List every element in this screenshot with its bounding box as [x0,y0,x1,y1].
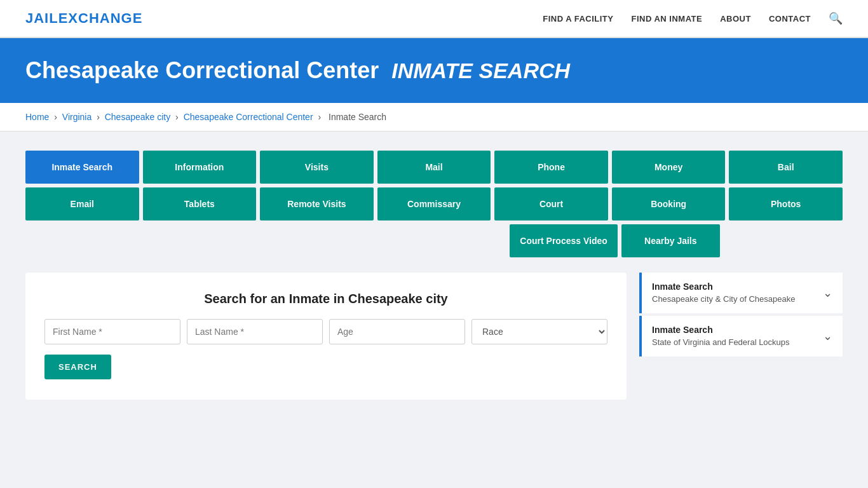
breadcrumb: Home › Virginia › Chesapeake city › Ches… [0,103,868,132]
tabs-row3: Court Process Video Nearby Jails [25,224,843,257]
tab-court[interactable]: Court [494,187,608,220]
tab-court-process-video[interactable]: Court Process Video [510,224,617,257]
sidebar-item-subtitle-1: Chesapeake city & City of Chesapeake [652,294,795,304]
nav-about[interactable]: ABOUT [720,14,751,24]
tab-phone[interactable]: Phone [494,151,608,184]
breadcrumb-current: Inmate Search [329,112,386,122]
tabs-row2: Email Tablets Remote Visits Commissary C… [25,187,843,220]
content-row: Search for an Inmate in Chesapeake city … [25,273,843,400]
search-box: Search for an Inmate in Chesapeake city … [25,273,627,400]
breadcrumb-virginia[interactable]: Virginia [62,112,92,122]
hero-title: Chesapeake Correctional Center INMATE SE… [25,57,843,84]
first-name-input[interactable] [44,319,180,344]
logo-part1: JAIL [25,10,58,26]
tab-nearby-jails[interactable]: Nearby Jails [621,224,720,257]
nav-contact[interactable]: CONTACT [769,14,811,24]
logo-part2: EXCHANGE [58,10,143,26]
sidebar: Inmate Search Chesapeake city & City of … [639,273,843,359]
site-header: JAILEXCHANGE FIND A FACILITY FIND AN INM… [0,0,868,38]
race-select[interactable]: Race White Black Hispanic Asian Other [471,319,607,344]
tab-bail[interactable]: Bail [729,151,843,184]
hero-banner: Chesapeake Correctional Center INMATE SE… [0,38,868,103]
sidebar-item-chesapeake[interactable]: Inmate Search Chesapeake city & City of … [639,273,843,313]
hero-title-text: Chesapeake Correctional Center [25,57,379,83]
chevron-down-icon-2: ⌄ [823,329,832,343]
tab-visits[interactable]: Visits [260,151,374,184]
tab-information[interactable]: Information [143,151,257,184]
site-logo[interactable]: JAILEXCHANGE [25,10,142,27]
breadcrumb-facility[interactable]: Chesapeake Correctional Center [184,112,313,122]
chevron-down-icon: ⌄ [823,286,832,300]
tab-commissary[interactable]: Commissary [377,187,491,220]
nav-find-inmate[interactable]: FIND AN INMATE [631,14,702,24]
search-button[interactable]: SEARCH [44,355,111,379]
last-name-input[interactable] [187,319,323,344]
tab-booking[interactable]: Booking [612,187,726,220]
tab-money[interactable]: Money [612,151,726,184]
breadcrumb-chesapeake-city[interactable]: Chesapeake city [105,112,171,122]
main-nav: FIND A FACILITY FIND AN INMATE ABOUT CON… [543,11,843,25]
tab-inmate-search[interactable]: Inmate Search [25,151,139,184]
search-fields: Race White Black Hispanic Asian Other [44,319,607,344]
search-icon[interactable]: 🔍 [829,11,843,25]
tab-photos[interactable]: Photos [729,187,843,220]
sidebar-item-title-2: Inmate Search [652,325,790,335]
nav-find-facility[interactable]: FIND A FACILITY [543,14,613,24]
age-input[interactable] [329,319,465,344]
search-title: Search for an Inmate in Chesapeake city [44,292,607,306]
breadcrumb-home[interactable]: Home [25,112,49,122]
sidebar-item-title-1: Inmate Search [652,281,795,292]
tab-tablets[interactable]: Tablets [143,187,257,220]
tab-email[interactable]: Email [25,187,139,220]
sidebar-item-subtitle-2: State of Virginia and Federal Lockups [652,337,790,347]
sidebar-item-virginia[interactable]: Inmate Search State of Virginia and Fede… [639,316,843,356]
main-content: Inmate Search Information Visits Mail Ph… [0,132,868,419]
tabs-row1: Inmate Search Information Visits Mail Ph… [25,151,843,184]
tab-remote-visits[interactable]: Remote Visits [260,187,374,220]
hero-subtitle-text: INMATE SEARCH [391,58,570,83]
tab-mail[interactable]: Mail [377,151,491,184]
